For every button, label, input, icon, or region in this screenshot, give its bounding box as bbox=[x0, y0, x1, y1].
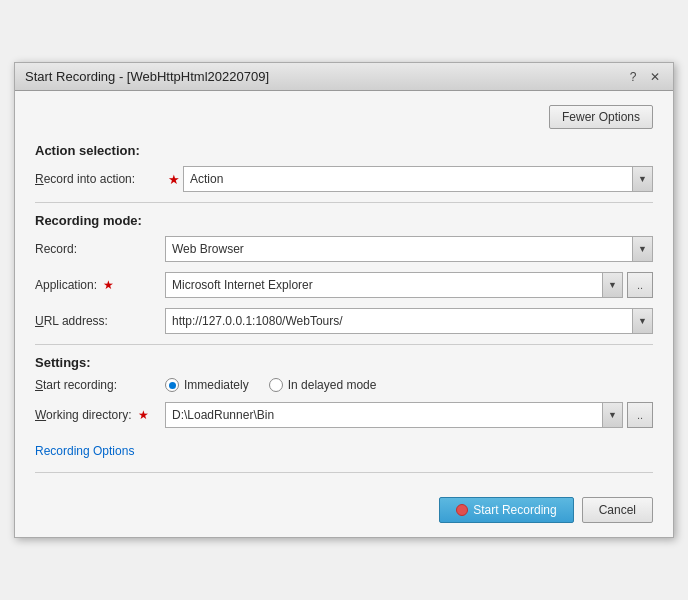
record-wrap: Web Browser ▼ bbox=[165, 236, 653, 262]
working-dir-row: Working directory: ★ D:\LoadRunner\Bin ▼… bbox=[35, 402, 653, 428]
title-bar: Start Recording - [WebHttpHtml20220709] … bbox=[15, 63, 673, 91]
record-icon bbox=[456, 504, 468, 516]
required-star: ★ bbox=[168, 172, 180, 187]
bottom-divider bbox=[35, 472, 653, 473]
close-button[interactable]: ✕ bbox=[647, 70, 663, 84]
start-recording-row: Start recording: Immediately In delayed … bbox=[35, 378, 653, 392]
radio-immediately[interactable]: Immediately bbox=[165, 378, 249, 392]
working-dir-dropdown[interactable]: D:\LoadRunner\Bin ▼ bbox=[165, 402, 623, 428]
title-bar-controls: ? ✕ bbox=[625, 70, 663, 84]
application-wrap: Microsoft Internet Explorer ▼ .. bbox=[165, 272, 653, 298]
radio-delayed-circle[interactable] bbox=[269, 378, 283, 392]
radio-delayed[interactable]: In delayed mode bbox=[269, 378, 377, 392]
application-label: Application: ★ bbox=[35, 278, 165, 292]
application-value: Microsoft Internet Explorer bbox=[172, 278, 602, 292]
record-label: Record: bbox=[35, 242, 165, 256]
working-dir-arrow[interactable]: ▼ bbox=[602, 403, 622, 427]
record-dropdown[interactable]: Web Browser ▼ bbox=[165, 236, 653, 262]
working-dir-value: D:\LoadRunner\Bin bbox=[172, 408, 602, 422]
start-recording-button-label: Start Recording bbox=[473, 503, 556, 517]
url-wrap: http://127.0.0.1:1080/WebTours/ ▼ bbox=[165, 308, 653, 334]
settings-section: Settings: Start recording: Immediately I… bbox=[35, 355, 653, 428]
url-dropdown[interactable]: http://127.0.0.1:1080/WebTours/ ▼ bbox=[165, 308, 653, 334]
fewer-options-button[interactable]: Fewer Options bbox=[549, 105, 653, 129]
cancel-button[interactable]: Cancel bbox=[582, 497, 653, 523]
application-row: Application: ★ Microsoft Internet Explor… bbox=[35, 272, 653, 298]
record-row: Record: Web Browser ▼ bbox=[35, 236, 653, 262]
settings-label: Settings: bbox=[35, 355, 653, 370]
dialog-window: Start Recording - [WebHttpHtml20220709] … bbox=[14, 62, 674, 538]
url-label: URL address: bbox=[35, 314, 165, 328]
recording-mode-label: Recording mode: bbox=[35, 213, 653, 228]
url-arrow[interactable]: ▼ bbox=[632, 309, 652, 333]
radio-immediately-circle[interactable] bbox=[165, 378, 179, 392]
dialog-body: Fewer Options Action selection: Record i… bbox=[15, 91, 673, 497]
action-selection-label: Action selection: bbox=[35, 143, 653, 158]
top-row: Fewer Options bbox=[35, 105, 653, 129]
working-dir-browse-button[interactable]: .. bbox=[627, 402, 653, 428]
url-value: http://127.0.0.1:1080/WebTours/ bbox=[172, 314, 632, 328]
dialog-title: Start Recording - [WebHttpHtml20220709] bbox=[25, 69, 269, 84]
record-value: Web Browser bbox=[172, 242, 632, 256]
record-into-action-label: Record into action: bbox=[35, 172, 165, 186]
app-required-star: ★ bbox=[103, 278, 114, 292]
dialog-footer: Start Recording Cancel bbox=[15, 497, 673, 537]
application-browse-button[interactable]: .. bbox=[627, 272, 653, 298]
url-row: URL address: http://127.0.0.1:1080/WebTo… bbox=[35, 308, 653, 334]
record-into-action-wrap: Action ▼ bbox=[183, 166, 653, 192]
record-into-action-arrow[interactable]: ▼ bbox=[632, 167, 652, 191]
divider-2 bbox=[35, 344, 653, 345]
working-dir-wrap: D:\LoadRunner\Bin ▼ .. bbox=[165, 402, 653, 428]
help-button[interactable]: ? bbox=[625, 70, 641, 84]
record-into-action-value: Action bbox=[190, 172, 632, 186]
application-dropdown[interactable]: Microsoft Internet Explorer ▼ bbox=[165, 272, 623, 298]
application-arrow[interactable]: ▼ bbox=[602, 273, 622, 297]
start-recording-button[interactable]: Start Recording bbox=[439, 497, 573, 523]
record-into-action-row: Record into action: ★ Action ▼ bbox=[35, 166, 653, 192]
start-recording-wrap: Immediately In delayed mode bbox=[165, 378, 653, 392]
recording-mode-section: Recording mode: Record: Web Browser ▼ Ap… bbox=[35, 213, 653, 334]
action-selection-section: Action selection: Record into action: ★ … bbox=[35, 143, 653, 192]
recording-options-link[interactable]: Recording Options bbox=[35, 444, 134, 458]
record-arrow[interactable]: ▼ bbox=[632, 237, 652, 261]
radio-immediately-label: Immediately bbox=[184, 378, 249, 392]
start-recording-radio-group: Immediately In delayed mode bbox=[165, 378, 376, 392]
working-dir-label: Working directory: ★ bbox=[35, 408, 165, 422]
radio-delayed-label: In delayed mode bbox=[288, 378, 377, 392]
record-into-action-dropdown[interactable]: Action ▼ bbox=[183, 166, 653, 192]
wd-required-star: ★ bbox=[138, 408, 149, 422]
divider-1 bbox=[35, 202, 653, 203]
start-recording-label: Start recording: bbox=[35, 378, 165, 392]
